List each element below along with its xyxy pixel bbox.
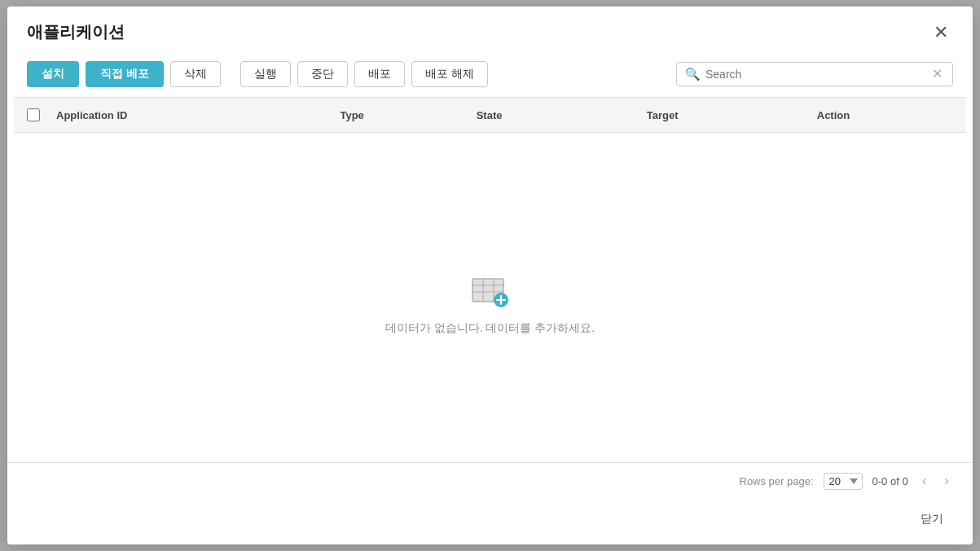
application-modal: 애플리케이션 ✕ 설치 직접 베포 삭제 실행 중단 배포 배포 해제 🔍 ✕	[7, 7, 973, 544]
delete-button[interactable]: 삭제	[170, 61, 221, 87]
pagination-next-button[interactable]: ›	[940, 471, 953, 491]
pagination-prev-button[interactable]: ‹	[918, 471, 931, 491]
search-clear-button[interactable]: ✕	[930, 68, 944, 81]
search-icon: 🔍	[685, 67, 701, 82]
table-container: Application ID Type State Target Action	[7, 97, 973, 462]
direct-deploy-button[interactable]: 직접 베포	[86, 61, 164, 87]
rows-per-page-select[interactable]: 10 20 50 100	[824, 473, 863, 490]
modal-overlay: 애플리케이션 ✕ 설치 직접 베포 삭제 실행 중단 배포 배포 해제 🔍 ✕	[0, 0, 980, 551]
col-header-action: Action	[817, 109, 953, 121]
select-all-checkbox-cell[interactable]	[27, 108, 56, 121]
col-header-type: Type	[340, 109, 476, 121]
empty-state-icon	[469, 276, 512, 313]
install-button[interactable]: 설치	[27, 61, 79, 87]
stop-button[interactable]: 중단	[297, 61, 348, 87]
col-header-appid: Application ID	[56, 109, 340, 121]
search-box: 🔍 ✕	[676, 62, 953, 86]
table-footer: Rows per page: 10 20 50 100 0-0 of 0 ‹ ›	[7, 462, 973, 499]
table-header: Application ID Type State Target Action	[14, 97, 966, 133]
toolbar: 설치 직접 베포 삭제 실행 중단 배포 배포 해제 🔍 ✕	[7, 55, 973, 97]
modal-title: 애플리케이션	[27, 21, 125, 43]
run-button[interactable]: 실행	[240, 61, 291, 87]
col-header-state: State	[477, 109, 647, 121]
modal-footer: 닫기	[7, 499, 973, 544]
deploy-button[interactable]: 배포	[354, 61, 405, 87]
table-body-empty: 데이터가 없습니다. 데이터를 추가하세요.	[14, 133, 966, 462]
select-all-checkbox[interactable]	[27, 108, 40, 121]
empty-message: 데이터가 없습니다. 데이터를 추가하세요.	[385, 321, 595, 336]
close-bottom-button[interactable]: 닫기	[911, 505, 953, 533]
modal-header: 애플리케이션 ✕	[7, 7, 973, 55]
close-top-button[interactable]: ✕	[929, 22, 953, 43]
undeploy-button[interactable]: 배포 해제	[411, 61, 488, 87]
rows-per-page-label: Rows per page:	[740, 475, 814, 487]
pagination-info: 0-0 of 0	[872, 475, 908, 487]
search-input[interactable]	[705, 68, 930, 81]
col-header-target: Target	[647, 109, 817, 121]
